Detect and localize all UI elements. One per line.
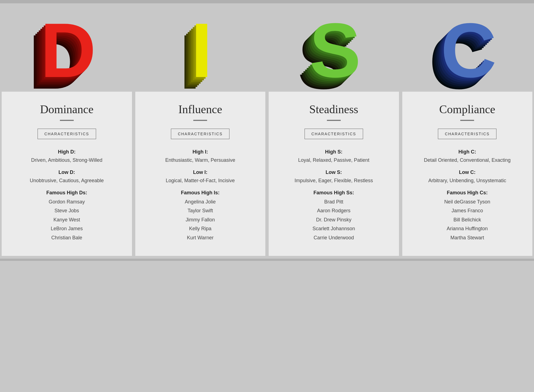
bottom-bar: [0, 259, 534, 261]
list-item: Christian Bale: [10, 233, 124, 242]
compliance-divider: [460, 120, 474, 121]
letter-d-section: D: [0, 3, 134, 92]
influence-divider: [193, 120, 207, 121]
list-item: Gordon Ramsay: [10, 197, 124, 206]
letter-i-section: I: [134, 3, 267, 92]
list-item: James Franco: [411, 206, 524, 215]
steadiness-characteristics-btn[interactable]: CHARACTERISTICS: [305, 129, 363, 139]
letter-c-section: C: [401, 3, 534, 92]
steadiness-divider: [327, 120, 341, 121]
letter-s: S: [309, 12, 358, 89]
dominance-characteristics-btn[interactable]: CHARACTERISTICS: [38, 129, 96, 139]
card-influence: Influence CHARACTERISTICS High I: Enthus…: [135, 92, 266, 256]
list-item: Martha Stewart: [411, 233, 524, 242]
card-compliance: Compliance CHARACTERISTICS High C: Detai…: [402, 92, 533, 256]
list-item: Steve Jobs: [10, 206, 124, 215]
top-bar: [0, 0, 534, 3]
list-item: LeBron James: [10, 224, 124, 233]
steadiness-low-values: Impulsive, Eager, Flexible, Restless: [277, 177, 391, 184]
list-item: Brad Pitt: [277, 197, 391, 206]
compliance-low-label: Low C:: [411, 169, 524, 175]
influence-famous-label: Famous High Is:: [144, 190, 257, 196]
dominance-low-label: Low D:: [10, 169, 124, 175]
letter-s-section: S: [267, 3, 401, 92]
list-item: Bill Belichick: [411, 215, 524, 224]
list-item: Angelina Jolie: [144, 197, 257, 206]
list-item: Neil deGrasse Tyson: [411, 197, 524, 206]
list-item: Dr. Drew Pinsky: [277, 215, 391, 224]
list-item: Kelly Ripa: [144, 224, 257, 233]
influence-low-values: Logical, Matter-of-Fact, Incisive: [144, 177, 257, 184]
steadiness-high-values: Loyal, Relaxed, Passive, Patient: [277, 157, 391, 164]
letter-i: I: [191, 12, 210, 89]
compliance-low-values: Arbitrary, Unbending, Unsystematic: [411, 177, 524, 184]
dominance-divider: [60, 120, 74, 121]
influence-low-label: Low I:: [144, 169, 257, 175]
steadiness-title: Steadiness: [277, 103, 391, 116]
dominance-famous-list: Gordon Ramsay Steve Jobs Kanye West LeBr…: [10, 197, 124, 242]
compliance-characteristics-btn[interactable]: CHARACTERISTICS: [438, 129, 496, 139]
list-item: Aaron Rodgers: [277, 206, 391, 215]
list-item: Carrie Underwood: [277, 233, 391, 242]
list-item: Kanye West: [10, 215, 124, 224]
list-item: Scarlett Johannson: [277, 224, 391, 233]
letter-d: D: [40, 12, 93, 89]
letter-c: C: [441, 12, 494, 89]
card-dominance: Dominance CHARACTERISTICS High D: Driven…: [2, 92, 132, 256]
influence-famous-list: Angelina Jolie Taylor Swift Jimmy Fallon…: [144, 197, 257, 242]
influence-high-values: Enthusiastic, Warm, Persuasive: [144, 157, 257, 164]
card-steadiness: Steadiness CHARACTERISTICS High S: Loyal…: [269, 92, 399, 256]
steadiness-low-label: Low S:: [277, 169, 391, 175]
dominance-low-values: Unobtrusive, Cautious, Agreeable: [10, 177, 124, 184]
steadiness-high-label: High S:: [277, 149, 391, 155]
compliance-high-label: High C:: [411, 149, 524, 155]
compliance-title: Compliance: [411, 103, 524, 116]
compliance-high-values: Detail Oriented, Conventional, Exacting: [411, 157, 524, 164]
influence-title: Influence: [144, 103, 257, 116]
influence-characteristics-btn[interactable]: CHARACTERISTICS: [171, 129, 229, 139]
steadiness-famous-label: Famous High Ss:: [277, 190, 391, 196]
list-item: Arianna Huffington: [411, 224, 524, 233]
dominance-high-values: Driven, Ambitious, Strong-Willed: [10, 157, 124, 164]
list-item: Jimmy Fallon: [144, 215, 257, 224]
dominance-title: Dominance: [10, 103, 124, 116]
list-item: Kurt Warner: [144, 233, 257, 242]
cards-container: Dominance CHARACTERISTICS High D: Driven…: [0, 92, 534, 256]
influence-high-label: High I:: [144, 149, 257, 155]
steadiness-famous-list: Brad Pitt Aaron Rodgers Dr. Drew Pinsky …: [277, 197, 391, 242]
disc-header: D I S C: [0, 3, 534, 92]
compliance-famous-list: Neil deGrasse Tyson James Franco Bill Be…: [411, 197, 524, 242]
dominance-high-label: High D:: [10, 149, 124, 155]
list-item: Taylor Swift: [144, 206, 257, 215]
dominance-famous-label: Famous High Ds:: [10, 190, 124, 196]
compliance-famous-label: Famous High Cs:: [411, 190, 524, 196]
